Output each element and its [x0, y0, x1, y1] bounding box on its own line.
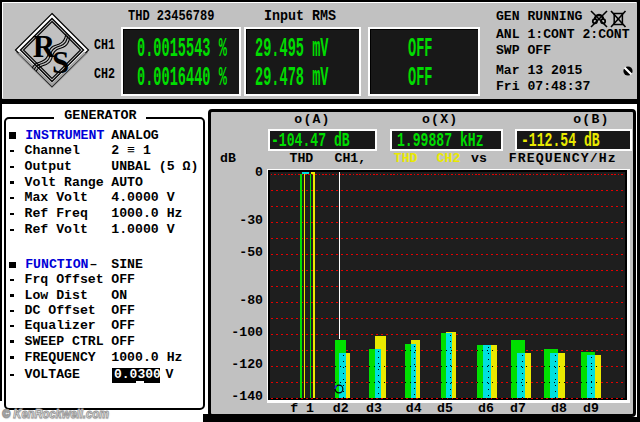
svg-text:S: S	[52, 45, 69, 80]
